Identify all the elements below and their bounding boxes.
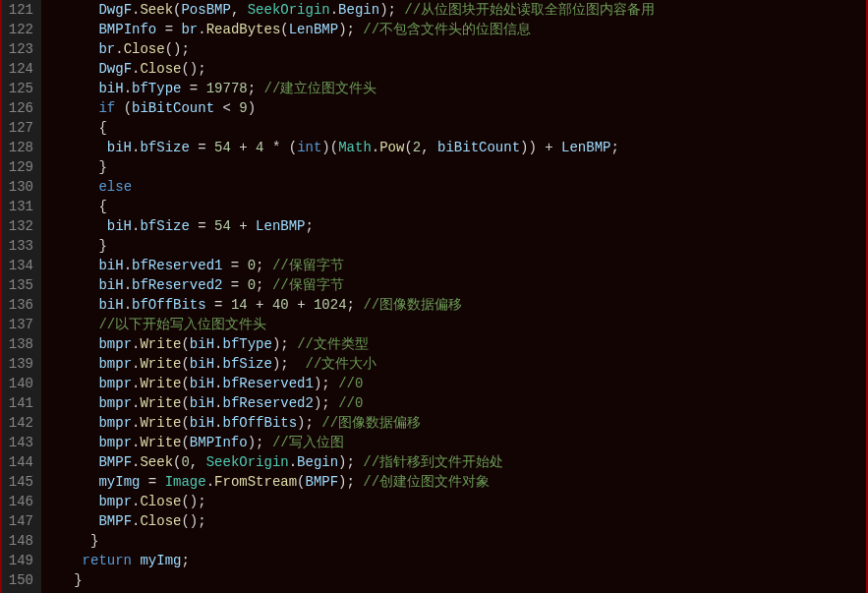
token-var: br [181, 22, 198, 37]
token-pn: ; [248, 81, 264, 96]
token-pn: ); [297, 415, 321, 431]
token-cmt: //创建位图文件对象 [363, 474, 490, 490]
token-var: biBitCount [132, 100, 214, 116]
code-line[interactable]: bmpr.Write(biH.bfReserved1); //0 [49, 374, 866, 393]
token-var: biH [98, 81, 123, 96]
code-area[interactable]: DwgF.Seek(PosBMP, SeekOrigin.Begin); //从… [41, 0, 866, 593]
token-pn: ; [181, 553, 189, 568]
token-mth: FromStream [214, 474, 297, 490]
code-line[interactable]: biH.bfType = 19778; //建立位图文件头 [49, 79, 866, 98]
line-number: 133 [6, 236, 33, 256]
code-line[interactable]: br.Close(); [49, 39, 866, 59]
token-var: biH [190, 395, 214, 411]
token-cmt: //0 [338, 376, 363, 391]
token-var: BMPF [98, 454, 132, 470]
code-line[interactable]: } [49, 236, 866, 256]
token-op: = [140, 474, 164, 490]
code-line[interactable]: { [49, 118, 866, 138]
code-line[interactable]: } [49, 570, 866, 590]
code-line[interactable]: biH.bfSize = 54 + 4 * (int)(Math.Pow(2, … [49, 138, 866, 157]
code-line[interactable]: } [49, 157, 866, 177]
token-mth: Write [140, 415, 181, 431]
code-line[interactable]: BMPF.Seek(0, SeekOrigin.Begin); //指针移到文件… [49, 452, 866, 472]
token-var: bmpr [98, 435, 132, 450]
code-line[interactable]: DwgF.Seek(PosBMP, SeekOrigin.Begin); //从… [49, 0, 866, 20]
token-prop: bfReserved1 [222, 376, 313, 391]
token-prop: bfOffBits [222, 415, 297, 431]
token-mth: Close [140, 61, 181, 77]
token-num: 4 [256, 140, 263, 155]
token-cmt: //文件大小 [306, 356, 377, 372]
code-line[interactable]: bmpr.Close(); [49, 492, 866, 511]
line-number: 143 [6, 433, 33, 452]
code-line[interactable]: DwgF.Close(); [49, 59, 866, 79]
token-cls: Image [165, 474, 206, 490]
token-pn: ); [272, 356, 306, 372]
line-number: 138 [6, 334, 33, 354]
token-var: LenBMP [256, 218, 305, 234]
line-number: 150 [6, 570, 33, 590]
token-cls: SeekOrigin [206, 454, 289, 470]
token-pn: ; [610, 140, 618, 155]
token-op: = [181, 81, 205, 96]
token-num: 0 [248, 277, 256, 293]
code-line[interactable]: bmpr.Write(biH.bfReserved2); //0 [49, 393, 866, 413]
token-pn: )( [321, 140, 338, 155]
token-pn: { [98, 199, 106, 214]
code-line[interactable]: biH.bfReserved1 = 0; //保留字节 [49, 256, 866, 275]
token-pn: . [372, 140, 379, 155]
token-mth: Close [124, 41, 165, 57]
token-pn: ); [314, 376, 338, 391]
code-line[interactable]: BMPF.Close(); [49, 511, 866, 531]
code-line[interactable]: biH.bfOffBits = 14 + 40 + 1024; //图像数据偏移 [49, 295, 866, 315]
token-prop: bfReserved2 [222, 395, 313, 411]
token-var: bmpr [98, 415, 132, 431]
token-pn: . [124, 258, 132, 273]
code-line[interactable]: else [49, 177, 866, 197]
token-mth: Write [140, 435, 181, 450]
token-prop: bfSize [140, 140, 189, 155]
code-line[interactable]: biH.bfSize = 54 + LenBMP; [49, 216, 866, 236]
token-var: br [98, 41, 115, 57]
line-number: 123 [6, 39, 33, 59]
token-prop: bfSize [140, 218, 189, 234]
token-var: biH [190, 376, 214, 391]
token-pn: ; [256, 258, 272, 273]
code-line[interactable]: BMPInfo = br.ReadBytes(LenBMP); //不包含文件头… [49, 20, 866, 39]
token-mth: Write [140, 336, 181, 352]
code-line[interactable]: } [49, 531, 866, 551]
code-line[interactable]: bmpr.Write(biH.bfSize); //文件大小 [49, 354, 866, 374]
token-prop: bfSize [222, 356, 271, 372]
token-kw: return [83, 553, 132, 568]
code-line[interactable]: bmpr.Write(biH.bfOffBits); //图像数据偏移 [49, 413, 866, 433]
code-line[interactable]: bmpr.Write(BMPInfo); //写入位图 [49, 433, 866, 452]
code-line[interactable]: biH.bfReserved2 = 0; //保留字节 [49, 275, 866, 295]
token-mth: Write [140, 356, 181, 372]
token-pn: (); [181, 61, 205, 77]
token-pn: (); [181, 513, 205, 529]
code-line[interactable]: bmpr.Write(biH.bfType); //文件类型 [49, 334, 866, 354]
line-number: 125 [6, 79, 33, 98]
token-cmt: //不包含文件头的位图信息 [363, 22, 531, 37]
code-line[interactable]: { [49, 197, 866, 216]
code-line[interactable]: return myImg; [49, 551, 866, 570]
token-cmt: //指针移到文件开始处 [363, 454, 503, 470]
token-var: myImg [140, 553, 181, 568]
token-pn: . [124, 297, 132, 313]
code-line[interactable]: //以下开始写入位图文件头 [49, 315, 866, 334]
code-editor[interactable]: 1211221231241251261271281291301311321331… [0, 0, 868, 593]
token-pn: )) + [520, 140, 561, 155]
token-cmt: //文件类型 [297, 336, 369, 352]
token-num: 54 [214, 140, 231, 155]
token-op: = [222, 277, 247, 293]
token-var: BMPInfo [98, 22, 156, 37]
token-pn: . [124, 277, 132, 293]
token-pn: ); [248, 435, 272, 450]
code-line[interactable]: myImg = Image.FromStream(BMPF); //创建位图文件… [49, 472, 866, 492]
token-pn: ); [272, 336, 297, 352]
code-line[interactable]: if (biBitCount < 9) [49, 98, 866, 118]
token-cmt: //图像数据偏移 [363, 297, 462, 313]
token-var: DwgF [98, 61, 132, 77]
line-number: 140 [6, 374, 33, 393]
line-number: 135 [6, 275, 33, 295]
